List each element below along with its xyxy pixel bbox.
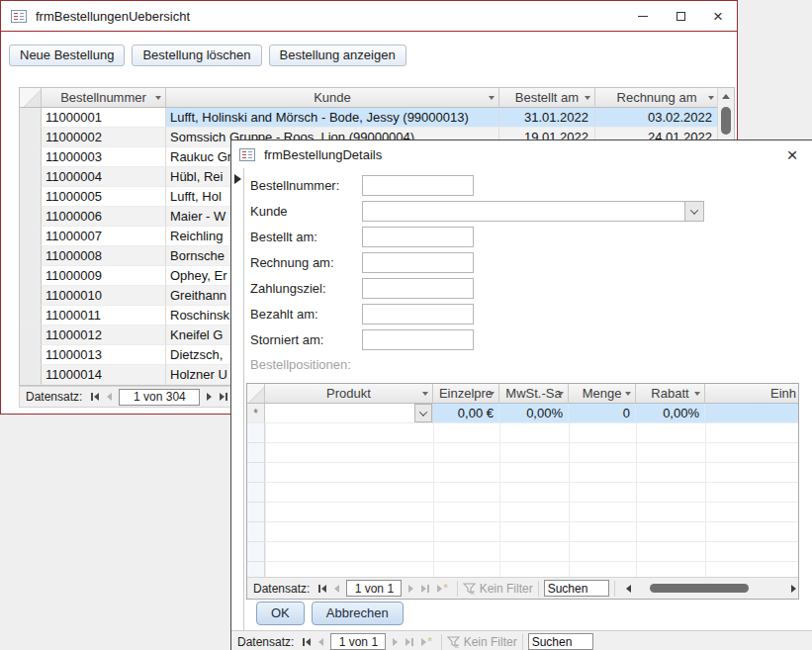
dropdown-arrow-icon[interactable] bbox=[694, 392, 700, 396]
menge-cell[interactable]: 0 bbox=[569, 404, 636, 423]
last-record-button[interactable] bbox=[220, 393, 227, 401]
row-selector[interactable] bbox=[20, 187, 42, 207]
mwst-cell[interactable]: 0,00% bbox=[499, 404, 569, 423]
close-button[interactable]: × bbox=[699, 1, 737, 31]
dropdown-arrow-icon[interactable] bbox=[625, 392, 631, 396]
table-cell[interactable]: 11000004 bbox=[42, 167, 166, 187]
table-row[interactable]: 11000001Lufft, Holinski and Mörsch - Bod… bbox=[20, 108, 734, 128]
column-header[interactable]: Kunde bbox=[166, 88, 499, 108]
column-header[interactable]: Bestellnummer bbox=[42, 88, 166, 108]
row-selector[interactable] bbox=[20, 167, 42, 187]
table-cell[interactable]: 11000002 bbox=[42, 128, 166, 147]
table-cell[interactable]: 11000001 bbox=[42, 108, 166, 128]
row-selector[interactable] bbox=[20, 207, 42, 227]
bezahlt-am-field[interactable] bbox=[362, 304, 474, 325]
first-record-button[interactable] bbox=[91, 393, 99, 401]
row-selector[interactable] bbox=[20, 286, 42, 306]
column-header[interactable]: Produkt bbox=[265, 384, 433, 404]
dropdown-arrow-icon[interactable] bbox=[489, 392, 495, 396]
table-cell[interactable]: 11000011 bbox=[42, 306, 166, 325]
row-selector[interactable] bbox=[20, 147, 42, 167]
storniert-am-field[interactable] bbox=[362, 329, 474, 350]
table-cell[interactable]: 11000008 bbox=[42, 246, 166, 266]
ok-button[interactable]: OK bbox=[256, 602, 305, 625]
column-header[interactable]: Rechnung am bbox=[595, 88, 719, 108]
scroll-up-icon[interactable] bbox=[718, 88, 734, 104]
row-selector[interactable] bbox=[20, 345, 42, 365]
row-selector[interactable] bbox=[20, 227, 42, 246]
previous-record-button[interactable] bbox=[318, 638, 323, 646]
column-header[interactable]: Rabatt bbox=[636, 384, 705, 404]
maximize-button[interactable] bbox=[662, 1, 699, 31]
row-selector[interactable] bbox=[20, 365, 42, 385]
row-selector[interactable] bbox=[20, 246, 42, 266]
dropdown-arrow-icon[interactable] bbox=[585, 96, 590, 100]
scroll-right-icon[interactable] bbox=[791, 585, 796, 593]
bestellnummer-field[interactable] bbox=[362, 175, 474, 196]
column-header[interactable]: Einh bbox=[705, 384, 798, 404]
column-header[interactable]: Menge bbox=[569, 384, 636, 404]
previous-record-button[interactable] bbox=[107, 393, 112, 401]
row-selector[interactable] bbox=[20, 108, 42, 128]
bestellt-am-field[interactable] bbox=[362, 227, 474, 247]
last-record-button[interactable] bbox=[421, 585, 429, 593]
show-order-button[interactable]: Bestellung anzeigen bbox=[269, 45, 406, 66]
column-header[interactable]: MwSt.-Sa bbox=[499, 384, 569, 404]
zahlungsziel-field[interactable] bbox=[362, 278, 474, 299]
column-header[interactable]: Einzelpre bbox=[433, 384, 499, 404]
select-all-cell[interactable] bbox=[20, 88, 42, 108]
next-record-button[interactable] bbox=[393, 638, 398, 646]
table-cell[interactable]: 11000013 bbox=[42, 345, 166, 365]
dropdown-arrow-icon[interactable] bbox=[422, 392, 428, 396]
table-cell[interactable]: 11000012 bbox=[42, 325, 166, 345]
search-input[interactable] bbox=[528, 633, 593, 650]
scroll-left-icon[interactable] bbox=[626, 585, 631, 593]
einzelpreis-cell[interactable]: 0,00 € bbox=[433, 404, 499, 423]
dropdown-arrow-icon[interactable] bbox=[708, 96, 714, 100]
table-cell[interactable]: 03.02.2022 bbox=[595, 108, 719, 128]
column-header[interactable]: Bestellt am bbox=[499, 88, 595, 108]
table-cell[interactable]: 11000010 bbox=[42, 286, 166, 306]
horizontal-scrollbar[interactable] bbox=[626, 581, 796, 597]
table-cell[interactable]: 11000006 bbox=[42, 207, 166, 227]
combo-dropdown-button[interactable] bbox=[684, 202, 703, 221]
dialog-close-button[interactable]: × bbox=[780, 143, 804, 165]
scrollbar-thumb[interactable] bbox=[721, 107, 731, 135]
rechnung-am-field[interactable] bbox=[362, 252, 474, 273]
dropdown-arrow-icon[interactable] bbox=[558, 392, 564, 396]
search-input[interactable] bbox=[544, 580, 609, 597]
table-cell[interactable]: 11000005 bbox=[42, 187, 166, 207]
first-record-button[interactable] bbox=[303, 638, 311, 646]
new-record-selector[interactable]: * bbox=[247, 404, 265, 423]
table-cell[interactable]: 11000014 bbox=[42, 365, 166, 385]
row-selector[interactable] bbox=[20, 128, 42, 147]
last-record-button[interactable] bbox=[406, 638, 413, 646]
einheit-cell[interactable] bbox=[705, 404, 798, 423]
row-selector[interactable] bbox=[20, 325, 42, 345]
previous-record-button[interactable] bbox=[334, 585, 339, 593]
table-cell[interactable]: 31.01.2022 bbox=[499, 108, 595, 128]
row-selector[interactable] bbox=[20, 266, 42, 286]
record-selector-bar[interactable] bbox=[231, 168, 244, 630]
select-all-cell[interactable] bbox=[247, 384, 265, 404]
delete-order-button[interactable]: Bestellung löschen bbox=[132, 45, 261, 66]
new-record-row[interactable]: * 0,00 € 0,00% 0 0,00% bbox=[247, 404, 798, 423]
new-record-button[interactable]: * bbox=[437, 584, 447, 593]
table-cell[interactable]: 11000007 bbox=[42, 227, 166, 246]
minimize-button[interactable] bbox=[624, 1, 662, 31]
cancel-button[interactable]: Abbrechen bbox=[312, 602, 404, 625]
scrollbar-thumb[interactable] bbox=[650, 584, 749, 593]
rabatt-cell[interactable]: 0,00% bbox=[636, 404, 705, 423]
dropdown-arrow-icon[interactable] bbox=[155, 96, 161, 100]
produkt-cell-combobox[interactable] bbox=[265, 404, 433, 423]
table-cell[interactable]: 11000003 bbox=[42, 147, 166, 167]
filter-status[interactable]: Kein Filter bbox=[447, 635, 517, 649]
table-cell[interactable]: Lufft, Holinski and Mörsch - Bode, Jessy… bbox=[166, 108, 499, 128]
new-order-button[interactable]: Neue Bestellung bbox=[9, 45, 125, 66]
dropdown-arrow-icon[interactable] bbox=[489, 96, 495, 100]
filter-status[interactable]: Kein Filter bbox=[463, 582, 533, 596]
first-record-button[interactable] bbox=[318, 585, 326, 593]
combo-dropdown-button[interactable] bbox=[414, 404, 432, 422]
row-selector[interactable] bbox=[20, 306, 42, 325]
new-record-button[interactable]: * bbox=[421, 637, 431, 646]
